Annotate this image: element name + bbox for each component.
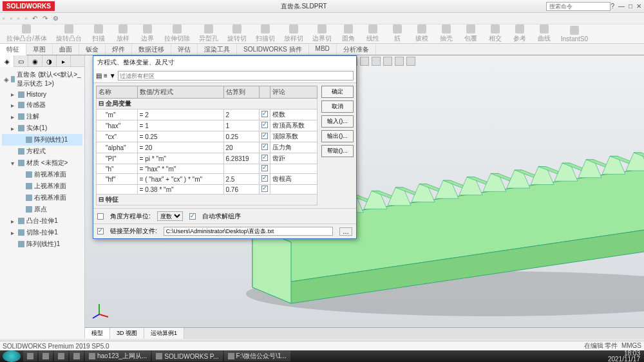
tab[interactable]: MBD [309, 44, 337, 55]
tab[interactable]: 渲染工具 [198, 44, 237, 55]
tree-item[interactable]: 原点 [2, 204, 82, 215]
taskbar-item[interactable]: hao123_上网从... [85, 351, 151, 361]
max-icon[interactable]: □ [629, 3, 632, 10]
taskbar-item[interactable] [54, 351, 68, 361]
open-icon[interactable]: ▫ [10, 15, 13, 22]
side-tab-prop[interactable]: ▭ [14, 55, 28, 67]
tab[interactable]: SOLIDWORKS 插件 [237, 44, 309, 55]
redo-icon[interactable]: ↷ [43, 15, 48, 22]
help-icon[interactable]: ? [611, 3, 614, 10]
taskbar-item[interactable]: SOLIDWORKS P... [152, 351, 222, 361]
ribbon-button[interactable]: 边界 [137, 23, 158, 44]
view-list-icon[interactable]: ≡ [104, 72, 108, 79]
ribbon-button[interactable]: 曲线 [534, 23, 554, 44]
close-icon[interactable]: ✕ [636, 3, 641, 10]
tab[interactable]: 分析准备 [337, 44, 376, 55]
browse-icon[interactable]: … [339, 227, 352, 236]
tree-item[interactable]: ▸切除-拉伸1 [2, 227, 82, 238]
ribbon-button[interactable]: 圆角 [338, 23, 359, 44]
tree-item[interactable]: 阵列(线性)1 [2, 238, 82, 250]
dialog-title: 方程式、整体变量、及尺寸 [93, 56, 356, 69]
hide-show-icon[interactable] [406, 57, 415, 66]
tab[interactable]: 草图 [26, 44, 53, 55]
start-button[interactable] [3, 350, 21, 362]
search-input[interactable] [546, 2, 611, 11]
ribbon-button[interactable]: 旋转凸台 [53, 23, 84, 44]
equations-table[interactable]: 名称数值/方程式估算到评论⊟ 全局变量"m"= 22模数"hax"= 11齿顶高… [96, 86, 317, 205]
auto-checkbox[interactable] [189, 213, 196, 220]
rebuild-checkbox[interactable] [97, 213, 104, 220]
ribbon-button[interactable]: 筋 [387, 23, 408, 44]
ribbon-button[interactable]: 扫描切 [253, 23, 278, 44]
ribbon-button[interactable]: InstantS0 [558, 24, 591, 44]
tree-item[interactable]: ◈直齿条 (默认<<默认>_显示状态 1>) [2, 69, 82, 90]
tab[interactable]: 焊件 [106, 44, 132, 55]
ribbon-button[interactable]: 异型孔 [196, 23, 221, 44]
tab[interactable]: 钣金 [79, 44, 106, 55]
tab[interactable]: 数据迁移 [132, 44, 171, 55]
cancel-button[interactable]: 取消 [321, 100, 354, 113]
appearance-icon[interactable] [395, 57, 404, 66]
tree-item[interactable]: ▸History [2, 90, 82, 99]
link-path-field[interactable] [164, 227, 333, 236]
save-icon[interactable]: ▫ [17, 15, 20, 22]
tree-item[interactable]: ▾材质 <未指定> [2, 157, 82, 169]
help-button[interactable]: 帮助()... [321, 145, 354, 157]
ribbon-button[interactable]: 拉伸切除 [162, 23, 193, 44]
tree-item[interactable]: ▸凸台-拉伸1 [2, 215, 82, 227]
viewport-tab[interactable]: 模型 [85, 328, 110, 339]
ok-button[interactable]: 确定 [321, 86, 354, 98]
undo-icon[interactable]: ↶ [32, 15, 37, 22]
link-checkbox[interactable] [97, 228, 104, 234]
ribbon-button[interactable]: 抽壳 [436, 23, 457, 44]
side-tab-more[interactable]: ▸ [57, 55, 71, 67]
tree-item[interactable]: ▸注解 [2, 111, 82, 122]
equations-dialog: 方程式、整体变量、及尺寸 ▤ ≡ ▼ 名称数值/方程式估算到评论⊟ 全局变量"m… [93, 55, 357, 239]
side-tab-feature[interactable]: ◈ [0, 55, 14, 67]
taskbar-item[interactable] [23, 351, 37, 361]
tree-item[interactable]: 阵列(线性)1 [2, 134, 82, 146]
ribbon-button[interactable]: 线性 [363, 23, 383, 44]
filter-icon[interactable]: ▼ [109, 72, 116, 79]
ribbon-button[interactable]: 拔模 [412, 23, 432, 44]
ribbon-button[interactable]: 放样切 [281, 23, 306, 44]
tab[interactable]: 曲面 [53, 44, 79, 55]
side-tab-config[interactable]: ◉ [28, 55, 43, 67]
min-icon[interactable]: — [618, 3, 625, 10]
viewport-tab[interactable]: 运动算例1 [144, 328, 184, 339]
side-tab-display[interactable]: ◑ [43, 55, 57, 67]
ribbon-button[interactable]: 参考 [509, 23, 530, 44]
taskbar-item[interactable] [70, 351, 84, 361]
svg-line-41 [93, 314, 99, 318]
taskbar-item[interactable]: F:\微信公众号\1... [224, 351, 290, 361]
viewport-tab[interactable]: 3D 视图 [110, 328, 144, 339]
ribbon-button[interactable]: 扫描 [88, 23, 109, 44]
tree-item[interactable]: 前视基准面 [2, 169, 82, 180]
scene-icon[interactable] [383, 57, 392, 66]
tree-item[interactable]: 右视基准面 [2, 192, 82, 204]
ribbon-button[interactable]: 包覆 [460, 23, 481, 44]
new-icon[interactable]: ▫ [3, 15, 5, 22]
view-orient-icon[interactable] [360, 57, 369, 66]
ribbon-button[interactable]: 放样 [113, 23, 133, 44]
tab[interactable]: 评估 [171, 44, 198, 55]
print-icon[interactable]: ▫ [25, 15, 28, 22]
ribbon-button[interactable]: 拉伸凸台/基体 [4, 23, 50, 44]
ribbon-button[interactable]: 边界切 [310, 23, 334, 44]
tree-item[interactable]: 上视基准面 [2, 180, 82, 192]
tab[interactable]: 特征 [0, 44, 26, 55]
unit-select[interactable]: 度数 [157, 211, 183, 221]
view-tree-icon[interactable]: ▤ [96, 72, 102, 79]
filter-input[interactable] [118, 71, 354, 81]
export-button[interactable]: 输出()... [321, 130, 354, 142]
ribbon-button[interactable]: 旋转切 [225, 23, 249, 44]
gear-icon[interactable]: ⚙ [53, 15, 59, 22]
display-style-icon[interactable] [372, 57, 381, 66]
tree-item[interactable]: ▸传感器 [2, 99, 82, 111]
taskbar-item[interactable] [39, 351, 53, 361]
tree-item[interactable]: 方程式 [2, 146, 82, 157]
tree-item[interactable]: ▸实体(1) [2, 122, 82, 134]
import-button[interactable]: 输入()... [321, 115, 354, 128]
system-tray[interactable]: 18:03 2021/11/17 [604, 350, 644, 362]
ribbon-button[interactable]: 相交 [485, 23, 506, 44]
